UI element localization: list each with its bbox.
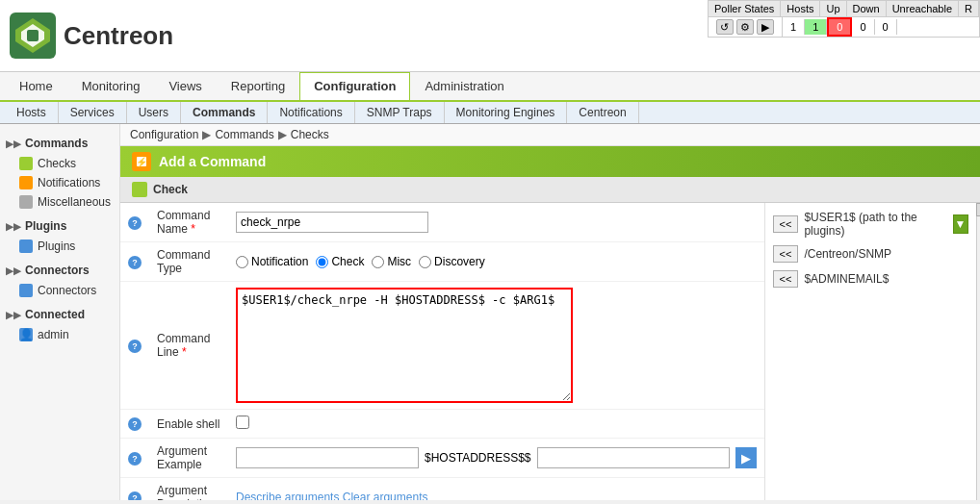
sidebar-item-plugins[interactable]: Plugins	[0, 237, 119, 256]
sidebar-item-connectors[interactable]: Connectors	[0, 281, 119, 300]
main-nav-item-views[interactable]: Views	[154, 72, 216, 100]
poller-states-label: Poller States	[709, 1, 781, 16]
sidebar-item-admin[interactable]: 👤admin	[0, 325, 119, 344]
poller-r-value: 0	[875, 19, 897, 35]
sidebar-arrow: ▶▶	[6, 265, 21, 276]
main-nav: HomeMonitoringViewsReportingConfiguratio…	[0, 72, 980, 102]
main-nav-item-reporting[interactable]: Reporting	[217, 72, 299, 100]
breadcrumb: Configuration ▶ Commands ▶ Checks	[120, 124, 980, 146]
command-name-input[interactable]	[236, 212, 428, 233]
sidebar: ▶▶CommandsChecksNotificationsMiscellaneo…	[0, 124, 120, 500]
poller-icon-2[interactable]: ⚙	[736, 19, 754, 35]
sub-nav-item-centreon[interactable]: Centreon	[567, 102, 638, 123]
command-line-input[interactable]: $USER1$/check_nrpe -H $HOSTADDRESS$ -c $…	[236, 288, 573, 403]
sidebar-item-checks[interactable]: Checks	[0, 154, 119, 173]
logo[interactable]: Centreon	[10, 13, 173, 59]
sidebar-section-plugins: ▶▶PluginsPlugins	[0, 215, 119, 256]
sidebar-arrow: ▶▶	[6, 139, 21, 149]
check-section-label: Check	[153, 183, 188, 196]
radio-check-input[interactable]	[316, 256, 328, 268]
var-row-1: << $USER1$ (path to the plugins) ▼	[773, 211, 968, 238]
radio-check[interactable]: Check	[316, 255, 364, 268]
sub-nav-item-monitoring-engines[interactable]: Monitoring Engines	[445, 102, 568, 123]
enable-shell-row: ? Enable shell	[120, 410, 764, 439]
sidebar-section-title-connected[interactable]: ▶▶Connected	[0, 304, 119, 325]
sidebar-arrow: ▶▶	[6, 310, 21, 320]
command-name-required: *	[191, 222, 195, 236]
poller-r-label: R	[959, 1, 979, 16]
argument-example-help[interactable]: ?	[128, 452, 142, 466]
sub-nav-item-services[interactable]: Services	[59, 102, 127, 123]
var-label-3: $ADMINEMAIL$	[804, 272, 967, 286]
breadcrumb-item-1: Configuration	[130, 128, 198, 141]
poller-icon-1[interactable]: ↺	[716, 19, 734, 35]
sidebar-item-label: Checks	[38, 157, 76, 170]
header: Centreon Poller States Hosts Up Down Unr…	[0, 0, 980, 72]
main-nav-item-configuration[interactable]: Configuration	[299, 72, 410, 100]
radio-misc[interactable]: Misc	[372, 255, 411, 268]
poller-unreachable-value: 0	[852, 19, 874, 35]
var-insert-btn-1[interactable]: <<	[773, 215, 799, 233]
poller-up-value: 1	[805, 19, 827, 35]
poller-row: ↺ ⚙ ▶ 1 1 0 0 0	[708, 17, 980, 38]
poller-up-label: Up	[820, 1, 846, 16]
enable-shell-checkbox[interactable]	[236, 416, 249, 429]
var-insert-btn-3[interactable]: <<	[773, 270, 799, 288]
radio-discovery[interactable]: Discovery	[419, 255, 485, 268]
right-variable-panel: << $USER1$ (path to the plugins) ▼ << /C…	[764, 203, 976, 500]
breadcrumb-sep-2: ▶	[278, 128, 287, 141]
sidebar-section-connected: ▶▶Connected👤admin	[0, 304, 119, 344]
check-section-icon	[132, 182, 147, 197]
var-label-2: /Centreon/SNMP	[804, 247, 967, 261]
command-type-radios: Notification Check Misc Discovery	[236, 255, 756, 268]
sub-nav-item-users[interactable]: Users	[127, 102, 181, 123]
command-name-row: ? Command Name *	[120, 203, 764, 242]
sidebar-section-title-plugins[interactable]: ▶▶Plugins	[0, 215, 119, 237]
argument-example-go-button[interactable]: ▶	[735, 447, 757, 468]
enable-shell-help[interactable]: ?	[128, 417, 142, 431]
sidebar-section-commands: ▶▶CommandsChecksNotificationsMiscellaneo…	[0, 133, 119, 212]
argument-descriptions-row: ? Argument Descriptions Describe argumen…	[120, 478, 764, 501]
sidebar-section-title-connectors[interactable]: ▶▶Connectors	[0, 260, 119, 281]
var-row-3: << $ADMINEMAIL$	[773, 270, 968, 288]
radio-notification-input[interactable]	[236, 256, 248, 268]
main-nav-item-home[interactable]: Home	[5, 72, 67, 100]
command-type-help[interactable]: ?	[128, 256, 142, 269]
sidebar-section-title-commands[interactable]: ▶▶Commands	[0, 133, 119, 154]
sidebar-item-label: Plugins	[38, 239, 75, 253]
sidebar-item-miscellaneous[interactable]: Miscellaneous	[0, 192, 119, 212]
radio-notification[interactable]: Notification	[236, 255, 308, 268]
var-dropdown-1[interactable]: ▼	[953, 214, 968, 234]
right-scrollbar: ▲	[976, 203, 980, 500]
argument-example-row: ? Argument Example $HOSTADDRESS$$ ▶	[120, 439, 764, 478]
argument-example-inputs: $HOSTADDRESS$$ ▶	[236, 447, 756, 468]
var-insert-btn-2[interactable]: <<	[773, 245, 799, 263]
main-nav-item-monitoring[interactable]: Monitoring	[67, 72, 155, 100]
poller-hosts-label: Hosts	[781, 1, 820, 16]
describe-arguments-button[interactable]: Describe arguments	[236, 491, 339, 500]
poller-hosts-value: 1	[783, 19, 805, 35]
clear-arguments-button[interactable]: Clear arguments	[343, 491, 428, 500]
sub-nav-item-notifications[interactable]: Notifications	[268, 102, 354, 123]
sub-nav-item-commands[interactable]: Commands	[181, 102, 268, 123]
poller-down-label: Down	[847, 1, 887, 16]
poller-icons-cell: ↺ ⚙ ▶	[709, 17, 783, 37]
scroll-up-arrow[interactable]: ▲	[976, 203, 980, 216]
main-nav-item-administration[interactable]: Administration	[410, 72, 518, 100]
argument-example-input1[interactable]	[236, 447, 419, 468]
sub-nav-item-snmp-traps[interactable]: SNMP Traps	[355, 102, 445, 123]
argument-descriptions-help[interactable]: ?	[128, 491, 142, 501]
command-line-help[interactable]: ?	[128, 340, 142, 353]
radio-discovery-input[interactable]	[419, 256, 431, 268]
enable-shell-label: Enable shell	[157, 417, 219, 431]
argument-example-input2[interactable]	[537, 447, 730, 468]
command-name-help[interactable]: ?	[128, 216, 142, 230]
sub-nav-item-hosts[interactable]: Hosts	[5, 102, 59, 123]
radio-misc-input[interactable]	[372, 256, 384, 268]
argument-example-label: Argument Example	[157, 444, 207, 471]
sidebar-item-notifications[interactable]: Notifications	[0, 173, 119, 192]
poller-down-value: 0	[827, 17, 852, 37]
poller-icon-3[interactable]: ▶	[757, 19, 774, 35]
argument-descriptions-label: Argument Descriptions	[157, 484, 220, 500]
argument-example-static: $HOSTADDRESS$$	[425, 451, 530, 465]
